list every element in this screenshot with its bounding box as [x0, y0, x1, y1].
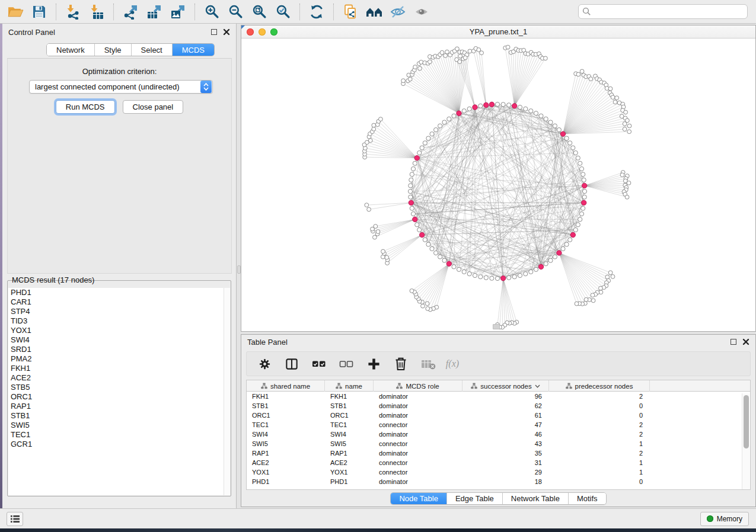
open-file-button[interactable]	[4, 2, 27, 22]
zoom-selected-button[interactable]	[271, 2, 295, 22]
task-history-button[interactable]	[7, 512, 23, 526]
table-tab-motifs[interactable]: Motifs	[569, 493, 606, 504]
cell-mcds_role[interactable]: dominator	[374, 448, 462, 458]
select-all-button[interactable]	[308, 354, 330, 374]
unselect-all-button[interactable]	[336, 354, 357, 374]
cell-shared_name[interactable]: SWI5	[247, 439, 325, 448]
export-network-button[interactable]	[119, 2, 142, 22]
table-row[interactable]: SWI4SWI4dominator462	[247, 430, 750, 439]
cell-predecessor_nodes[interactable]: 2	[549, 420, 650, 430]
table-row[interactable]: SWI5SWI5connector431	[247, 439, 750, 448]
mcds-result-item[interactable]: SWI5	[8, 421, 230, 430]
column-header-successor-nodes[interactable]: successor nodes	[462, 380, 549, 392]
cell-successor_nodes[interactable]: 62	[462, 401, 549, 411]
cell-shared_name[interactable]: RAP1	[247, 448, 325, 458]
cell-name[interactable]: SWI5	[325, 439, 374, 448]
cell-name[interactable]: YOX1	[325, 467, 374, 477]
export-table-button[interactable]	[142, 2, 166, 22]
import-table-button[interactable]	[85, 2, 109, 22]
mcds-result-item[interactable]: ORC1	[8, 392, 230, 402]
cell-predecessor_nodes[interactable]: 2	[549, 430, 650, 439]
cell-mcds_role[interactable]: connector	[374, 458, 462, 467]
horizontal-splitter-handle[interactable]	[493, 324, 500, 329]
float-panel-icon[interactable]	[211, 29, 217, 35]
mcds-result-item[interactable]: PHD1	[8, 288, 230, 297]
table-row[interactable]: PHD1PHD1dominator180	[247, 477, 750, 486]
cell-name[interactable]: RAP1	[325, 448, 374, 458]
column-header-shared-name[interactable]: shared name	[247, 380, 325, 392]
cell-shared_name[interactable]: TEC1	[247, 420, 325, 430]
zoom-out-button[interactable]	[224, 2, 247, 22]
column-header-name[interactable]: name	[325, 380, 374, 392]
mcds-result-item[interactable]: ACE2	[8, 373, 230, 383]
cell-name[interactable]: SWI4	[325, 430, 374, 439]
cell-predecessor_nodes[interactable]: 0	[549, 401, 650, 411]
criterion-select[interactable]: largest connected component (undirected)	[29, 80, 213, 94]
cell-successor_nodes[interactable]: 61	[462, 411, 549, 420]
mcds-result-item[interactable]: CAR1	[8, 297, 230, 307]
table-tab-node-table[interactable]: Node Table	[391, 493, 447, 504]
cell-shared_name[interactable]: ORC1	[247, 411, 325, 420]
close-panel-icon[interactable]	[742, 338, 749, 345]
export-image-button[interactable]	[166, 2, 190, 22]
cell-shared_name[interactable]: YOX1	[247, 467, 325, 477]
delete-column-button[interactable]	[390, 354, 412, 374]
zoom-fit-button[interactable]	[247, 2, 271, 22]
mcds-result-item[interactable]: YOX1	[8, 326, 230, 335]
cell-predecessor_nodes[interactable]: 1	[549, 458, 650, 467]
tab-select[interactable]: Select	[132, 44, 173, 56]
first-neighbors-button[interactable]	[362, 2, 386, 22]
cell-mcds_role[interactable]: dominator	[374, 411, 462, 420]
mcds-result-item[interactable]: PMA2	[8, 354, 230, 364]
cell-name[interactable]: TEC1	[325, 420, 374, 430]
mcds-result-item[interactable]: STP4	[8, 307, 230, 316]
cell-shared_name[interactable]: FKH1	[247, 392, 325, 401]
cell-successor_nodes[interactable]: 47	[462, 420, 549, 430]
mcds-result-item[interactable]: TEC1	[8, 430, 230, 440]
table-tab-network-table[interactable]: Network Table	[503, 493, 569, 504]
mcds-result-item[interactable]: SWI4	[8, 335, 230, 345]
cell-shared_name[interactable]: STB1	[247, 401, 325, 411]
column-header-predecessor-nodes[interactable]: predecessor nodes	[549, 380, 650, 392]
mcds-result-item[interactable]: GCR1	[8, 440, 230, 449]
cell-mcds_role[interactable]: dominator	[374, 430, 462, 439]
cell-successor_nodes[interactable]: 31	[462, 458, 549, 467]
hide-selected-button[interactable]	[386, 2, 410, 22]
table-row[interactable]: RAP1RAP1dominator352	[247, 448, 750, 458]
cell-name[interactable]: ORC1	[325, 411, 374, 420]
tab-mcds[interactable]: MCDS	[173, 44, 214, 56]
run-mcds-button[interactable]: Run MCDS	[56, 100, 115, 114]
show-all-button[interactable]	[410, 2, 433, 22]
mcds-result-item[interactable]: FKH1	[8, 364, 230, 373]
cell-mcds_role[interactable]: connector	[374, 439, 462, 448]
network-canvas[interactable]	[241, 39, 755, 331]
clone-network-button[interactable]	[339, 2, 362, 22]
add-column-button[interactable]	[363, 354, 384, 374]
table-row[interactable]: YOX1YOX1connector291	[247, 467, 750, 477]
cell-shared_name[interactable]: SWI4	[247, 430, 325, 439]
import-network-button[interactable]	[61, 2, 85, 22]
cell-predecessor_nodes[interactable]: 2	[549, 392, 650, 401]
cell-name[interactable]: STB1	[325, 401, 374, 411]
close-panel-icon[interactable]	[223, 28, 230, 36]
show-column-panel-button[interactable]	[281, 354, 302, 374]
mcds-result-item[interactable]: RAP1	[8, 402, 230, 411]
cell-mcds_role[interactable]: dominator	[374, 401, 462, 411]
refresh-button[interactable]	[305, 2, 328, 22]
column-header-MCDS-role[interactable]: MCDS role	[374, 380, 462, 392]
mcds-list-scrollbar[interactable]	[224, 288, 230, 495]
cell-predecessor_nodes[interactable]: 0	[549, 411, 650, 420]
cell-shared_name[interactable]: ACE2	[247, 458, 325, 467]
search-input[interactable]	[578, 4, 748, 19]
delete-table-button[interactable]	[417, 354, 439, 374]
cell-predecessor_nodes[interactable]: 0	[549, 477, 650, 486]
mcds-result-item[interactable]: STB5	[8, 383, 230, 392]
table-scrollbar[interactable]	[742, 393, 749, 490]
close-panel-button[interactable]: Close panel	[123, 100, 184, 114]
table-row[interactable]: ACE2ACE2connector311	[247, 458, 750, 467]
cell-mcds_role[interactable]: dominator	[374, 477, 462, 486]
cell-mcds_role[interactable]: connector	[374, 467, 462, 477]
network-window-titlebar[interactable]: YPA_prune.txt_1	[241, 25, 755, 39]
cell-predecessor_nodes[interactable]: 1	[549, 467, 650, 477]
tab-style[interactable]: Style	[95, 44, 132, 56]
